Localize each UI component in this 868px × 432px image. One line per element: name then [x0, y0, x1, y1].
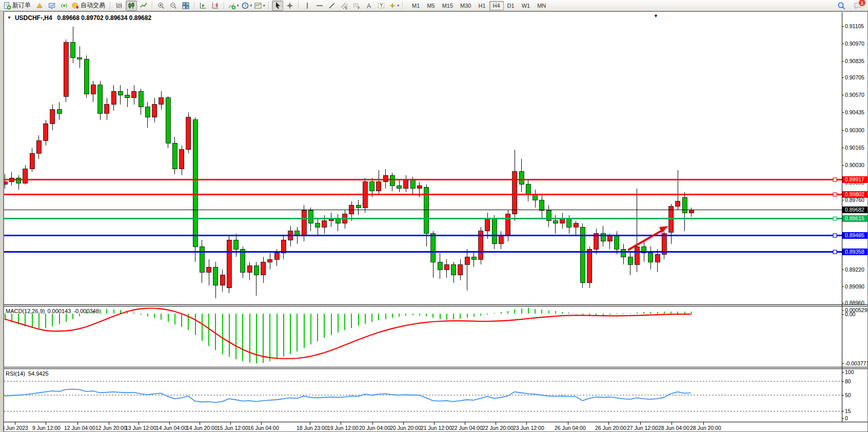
time-axis-label: 12 Jun 04:00 [64, 425, 95, 431]
auto-scroll-button[interactable] [198, 1, 209, 11]
zoom-out-button[interactable] [168, 1, 179, 11]
chevron-down-icon[interactable]: ▼ [7, 15, 11, 20]
time-axis-label: 9 Jun 12:00 [32, 425, 61, 431]
timeframe-button-mn[interactable]: MN [534, 1, 549, 10]
timeframe-button-w1[interactable]: W1 [518, 1, 534, 10]
time-axis-label: 22 Jun 20:00 [482, 425, 514, 431]
level-line-handle[interactable] [833, 193, 837, 196]
bar-chart-icon [115, 2, 123, 10]
bear-candle [533, 195, 538, 200]
clock-icon [241, 2, 249, 10]
bear-candle [438, 262, 442, 270]
toolbar-separator [402, 2, 403, 10]
autotrading-button[interactable]: 自动交易 [71, 1, 107, 11]
trendline-button[interactable] [326, 1, 338, 11]
dropdown-caret-icon[interactable]: ▾ [263, 4, 265, 8]
price-badge-label: 0.89682 [845, 207, 864, 213]
horizontal-line-button[interactable] [314, 1, 325, 11]
bear-candle [139, 91, 143, 107]
crosshair-button[interactable] [284, 1, 295, 11]
time-axis-label: 28 Jun 20:00 [690, 425, 721, 431]
toolbar-separator [268, 2, 269, 10]
bull-candle [506, 214, 510, 236]
timeframe-button-h4[interactable]: H4 [489, 1, 504, 10]
periods-button[interactable]: ▾ [241, 1, 253, 11]
notifications-button[interactable]: 1 [852, 1, 863, 11]
bear-candle [682, 197, 687, 213]
level-line-handle[interactable] [833, 250, 837, 254]
rsi-value: 54.9425 [28, 371, 49, 377]
window-edge [0, 11, 4, 432]
vertical-line-button[interactable] [302, 1, 313, 11]
text-label-icon: T [377, 2, 385, 10]
indicators-button[interactable]: ▾ [227, 1, 240, 11]
cursor-icon [273, 2, 282, 10]
dropdown-caret-icon[interactable]: ▾ [398, 4, 400, 8]
macd-label: MACD(12,26,9) [6, 308, 45, 314]
new-order-button[interactable]: 新订单 [3, 1, 33, 11]
tile-windows-button[interactable] [180, 1, 191, 11]
equidistant-channel-button[interactable]: E [339, 1, 350, 11]
bear-candle [648, 253, 653, 262]
autotrading-icon [71, 2, 80, 10]
market-watch-icon [48, 2, 56, 10]
chart-shift-button[interactable] [210, 1, 221, 11]
candlestick-icon [127, 2, 135, 10]
macd-signal-line [5, 308, 691, 358]
text-button[interactable]: A [363, 1, 374, 11]
level-line-handle[interactable] [833, 178, 837, 181]
templates-button[interactable]: ▾ [253, 1, 266, 11]
signals-button[interactable] [58, 1, 70, 11]
bear-candle [397, 186, 402, 188]
level-line-handle[interactable] [833, 217, 837, 220]
line-chart-button[interactable] [138, 1, 149, 11]
timeframe-button-d1[interactable]: D1 [504, 1, 518, 10]
bull-candle [322, 221, 327, 228]
line-chart-icon [140, 2, 148, 10]
timeframe-button-m1[interactable]: M1 [408, 1, 423, 10]
bull-candle [132, 91, 136, 98]
fibonacci-button[interactable]: F [351, 1, 362, 11]
time-axis-label: 28 Jun 04:00 [658, 425, 689, 431]
bull-candle [111, 91, 116, 104]
toolbar: 新订单自动交易▾▾▾EFAT▾ M1M5M15M30H1H4D1W1MN 1 [0, 0, 868, 11]
time-axis-label: 12 Jun 20:00 [95, 425, 127, 431]
bull-candle [458, 264, 463, 275]
toolbar-separator [152, 2, 153, 10]
price-axis-label: 0.90435 [845, 109, 864, 115]
bear-candle [492, 218, 497, 244]
timeframe-button-m5[interactable]: M5 [423, 1, 438, 10]
toolbar-separator [110, 2, 111, 10]
new-chart-button[interactable] [34, 1, 45, 11]
window-menu-caret-icon[interactable]: ▼ [654, 13, 658, 18]
level-line-handle[interactable] [833, 234, 837, 237]
timeframe-button-m15[interactable]: M15 [439, 1, 457, 10]
zoom-in-button[interactable] [155, 1, 167, 11]
auto-scroll-icon [199, 2, 207, 10]
text-label-button[interactable]: T [376, 1, 387, 11]
cursor-button[interactable] [272, 1, 283, 11]
bar-chart-button[interactable] [113, 1, 125, 11]
timeframe-button-m30[interactable]: M30 [457, 1, 475, 10]
timeframe-button-h1[interactable]: H1 [475, 1, 489, 10]
bear-candle [628, 257, 633, 264]
bull-candle [50, 110, 55, 124]
bull-candle [23, 169, 28, 183]
arrows-button[interactable]: ▾ [388, 1, 400, 11]
toolbar-buttons: 新订单自动交易▾▾▾EFAT▾ [2, 0, 405, 11]
dropdown-caret-icon[interactable]: ▾ [250, 4, 252, 8]
macd-main-value: 0.000143 [47, 308, 71, 314]
dropdown-caret-icon[interactable]: ▾ [237, 4, 239, 8]
candlestick-chart-button[interactable] [126, 1, 137, 11]
time-axis-label: 14 Jun 20:00 [186, 425, 218, 431]
market-watch-button[interactable] [46, 1, 57, 11]
search-button[interactable] [836, 1, 847, 11]
bear-candle [410, 179, 415, 189]
svg-text:E: E [345, 6, 348, 9]
fibonacci-icon: F [352, 2, 361, 10]
bull-candle [105, 105, 109, 114]
bull-candle [302, 210, 306, 236]
bull-candle [635, 246, 639, 264]
bear-candle [370, 182, 374, 191]
price-axis-label: 0.90570 [845, 92, 864, 98]
